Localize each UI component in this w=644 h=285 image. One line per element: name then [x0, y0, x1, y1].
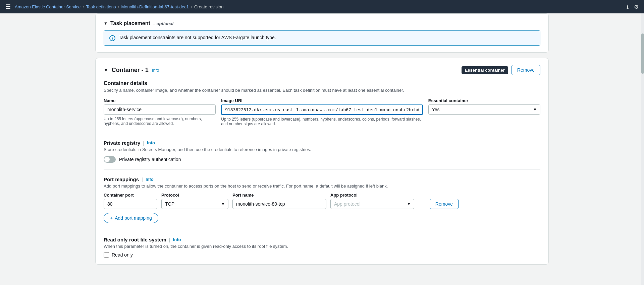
port-name-group: Port name	[232, 193, 326, 209]
container-collapse-icon: ▼	[104, 67, 108, 73]
private-registry-info-link[interactable]: Info	[147, 140, 155, 145]
task-placement-suffix: – optional	[153, 21, 173, 26]
protocol-group: Protocol TCP UDP ▼	[161, 193, 228, 209]
remove-container-button[interactable]: Remove	[512, 65, 540, 75]
essential-form-group: Essential container Yes No ▼	[428, 98, 540, 126]
image-uri-label: Image URI	[221, 98, 423, 103]
breadcrumb-sep-3: ›	[191, 4, 192, 9]
breadcrumb-sep-1: ›	[83, 4, 84, 9]
breadcrumb-current: Create revision	[194, 4, 223, 9]
top-nav: ☰ Amazon Elastic Container Service › Tas…	[0, 0, 644, 13]
image-uri-form-group: Image URI Up to 255 letters (uppercase a…	[221, 98, 423, 126]
task-placement-info-text: Task placement constraints are not suppo…	[119, 35, 276, 40]
private-registry-header: Private registry | Info	[104, 140, 540, 146]
readonly-fs-heading: Read only root file system	[104, 237, 166, 242]
port-row-header: Container port Protocol TCP UDP ▼ Port n…	[104, 193, 540, 209]
protocol-select-wrapper: TCP UDP ▼	[161, 199, 228, 209]
breadcrumb: Amazon Elastic Container Service › Task …	[15, 4, 223, 9]
add-port-mapping-button[interactable]: + Add port mapping	[104, 213, 158, 223]
task-placement-title: Task placement	[110, 20, 150, 26]
app-protocol-group: App protocol App protocol HTTP HTTP2 gRP…	[330, 193, 414, 209]
essential-container-badge: Essential container	[462, 66, 508, 74]
toggle-row: Private registry authentication	[104, 156, 540, 163]
container-header: ▼ Container - 1 Info Essential container…	[104, 65, 540, 75]
scrollbar[interactable]	[641, 13, 644, 285]
info-icon-task: i	[109, 35, 115, 41]
container-port-group: Container port	[104, 193, 157, 209]
essential-select-wrapper: Yes No ▼	[428, 104, 540, 115]
readonly-fs-header: Read only root file system | Info	[104, 237, 540, 242]
divider-2	[104, 169, 540, 170]
toggle-label: Private registry authentication	[119, 157, 181, 162]
essential-select[interactable]: Yes No	[428, 104, 540, 115]
name-hint: Up to 255 letters (uppercase and lowerca…	[104, 117, 216, 126]
collapse-triangle: ▼	[104, 21, 108, 26]
divider-1	[104, 133, 540, 133]
app-protocol-select[interactable]: App protocol HTTP HTTP2 gRPC	[330, 199, 414, 209]
main-content: ▼ Task placement – optional i Task place…	[87, 13, 557, 278]
remove-port-button[interactable]: Remove	[430, 199, 459, 209]
readonly-checkbox[interactable]	[104, 252, 109, 258]
private-registry-heading: Private registry	[104, 140, 140, 146]
container-panel: ▼ Container - 1 Info Essential container…	[95, 58, 549, 265]
readonly-fs-desc: When this parameter is turned on, the co…	[104, 244, 540, 249]
container-details-form-row: Name Up to 255 letters (uppercase and lo…	[104, 98, 540, 126]
breadcrumb-ecs-link[interactable]: Amazon Elastic Container Service	[15, 4, 81, 9]
container-title-area: ▼ Container - 1 Info	[104, 67, 159, 74]
hamburger-menu[interactable]: ☰	[5, 3, 11, 10]
port-name-label: Port name	[232, 193, 326, 198]
port-mappings-heading: Port mappings	[104, 176, 139, 182]
image-uri-hint: Up to 255 letters (uppercase and lowerca…	[221, 117, 423, 126]
app-protocol-label: App protocol	[330, 193, 414, 198]
container-details-section: Container details Specify a name, contai…	[104, 80, 540, 126]
readonly-checkbox-row: Read only	[104, 252, 540, 258]
container-title: Container - 1	[112, 67, 149, 74]
private-registry-toggle[interactable]	[104, 156, 116, 163]
nav-icons: ℹ ⚙	[627, 4, 639, 10]
private-registry-desc: Store credentials in Secrets Manager, an…	[104, 147, 540, 152]
port-mappings-info-link[interactable]: Info	[146, 177, 154, 182]
scrollbar-thumb[interactable]	[641, 33, 644, 74]
divider-3	[104, 230, 540, 230]
add-port-label: Add port mapping	[115, 215, 152, 221]
breadcrumb-taskdef-link[interactable]: Monolith-Definition-lab67-test-dec1	[121, 4, 189, 9]
breadcrumb-sep-2: ›	[118, 4, 119, 9]
name-input[interactable]	[104, 104, 216, 115]
container-details-heading: Container details	[104, 80, 540, 86]
readonly-fs-info-link[interactable]: Info	[173, 237, 181, 242]
port-mappings-desc: Add port mappings to allow the container…	[104, 184, 540, 189]
image-uri-input[interactable]	[221, 104, 423, 115]
name-form-group: Name Up to 255 letters (uppercase and lo…	[104, 98, 216, 126]
port-name-input[interactable]	[232, 199, 326, 209]
container-info-link[interactable]: Info	[152, 68, 159, 73]
settings-nav-button[interactable]: ⚙	[634, 4, 639, 10]
info-nav-button[interactable]: ℹ	[627, 4, 629, 10]
task-placement-panel: ▼ Task placement – optional i Task place…	[95, 13, 549, 53]
task-placement-header[interactable]: ▼ Task placement – optional	[104, 20, 540, 26]
add-port-plus-icon: +	[110, 215, 113, 221]
readonly-checkbox-label[interactable]: Read only	[112, 252, 133, 258]
protocol-select[interactable]: TCP UDP	[161, 199, 228, 209]
private-registry-section: Private registry | Info Store credential…	[104, 140, 540, 163]
port-mappings-header: Port mappings | Info	[104, 176, 540, 182]
toggle-knob	[104, 157, 110, 162]
port-mappings-section: Port mappings | Info Add port mappings t…	[104, 176, 540, 223]
app-protocol-select-wrapper: App protocol HTTP HTTP2 gRPC ▼	[330, 199, 414, 209]
name-label: Name	[104, 98, 216, 103]
container-port-input[interactable]	[104, 199, 157, 209]
container-details-desc: Specify a name, container image, and whe…	[104, 88, 540, 93]
container-port-label: Container port	[104, 193, 157, 198]
port-remove-group: Remove	[418, 199, 459, 209]
breadcrumb-taskdefs-link[interactable]: Task definitions	[86, 4, 116, 9]
container-actions: Essential container Remove	[462, 65, 540, 75]
protocol-label: Protocol	[161, 193, 228, 198]
task-placement-info-box: i Task placement constraints are not sup…	[104, 30, 540, 46]
readonly-fs-section: Read only root file system | Info When t…	[104, 237, 540, 258]
essential-label: Essential container	[428, 98, 540, 103]
